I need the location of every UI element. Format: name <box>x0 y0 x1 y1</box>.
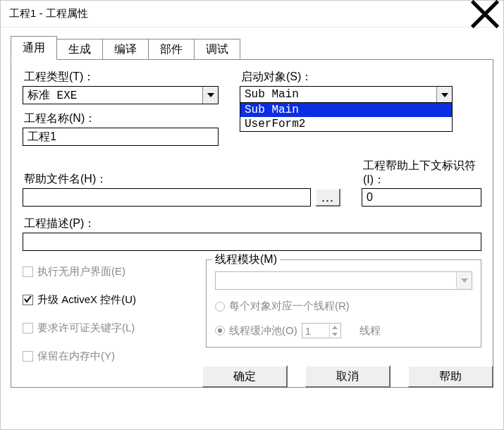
project-desc-label: 工程描述(P)： <box>24 216 481 231</box>
project-type-label: 工程类型(T)： <box>24 70 219 85</box>
context-id-value: 0 <box>367 191 373 204</box>
dropdown-option[interactable]: UserForm2 <box>240 117 452 131</box>
chevron-down-icon <box>461 278 468 283</box>
ok-button[interactable]: 确定 <box>202 365 288 388</box>
close-button[interactable] <box>469 4 500 25</box>
project-name-value: 工程1 <box>27 130 56 145</box>
thread-module-value <box>216 272 456 289</box>
help-button[interactable]: 帮助 <box>407 365 493 388</box>
check-unattended-label: 执行无用户界面(E) <box>37 265 125 278</box>
help-file-label: 帮助文件名(H)： <box>24 172 311 187</box>
startup-object-dropdown-button[interactable] <box>436 87 452 104</box>
thread-suffix: 线程 <box>359 324 381 338</box>
thread-module-group: 线程模块(M) 每个对象对应一个线程(R) <box>206 259 481 348</box>
tab-general[interactable]: 通用 <box>11 36 57 60</box>
dropdown-option[interactable]: Sub Main <box>240 103 452 117</box>
check-license-key: 要求许可证关键字(L) <box>23 319 199 337</box>
check-license-key-label: 要求许可证关键字(L) <box>37 321 135 335</box>
radio-icon <box>215 326 225 336</box>
dialog-footer: 确定 取消 帮助 <box>11 365 493 388</box>
window-title: 工程1 - 工程属性 <box>9 7 88 20</box>
spinner-down <box>330 331 340 338</box>
checkbox-icon <box>23 295 33 305</box>
checkbox-icon <box>23 323 33 333</box>
project-type-combo[interactable]: 标准 EXE <box>23 86 219 104</box>
cancel-button[interactable]: 取消 <box>305 365 391 388</box>
thread-module-dropdown-button <box>456 272 472 289</box>
tab-compile[interactable]: 编译 <box>102 39 149 60</box>
project-type-value: 标准 EXE <box>23 87 202 104</box>
thread-pool-value: 1 <box>302 324 329 338</box>
content-area: 通用 生成 编译 部件 调试 工程类型(T)： 标准 EXE 工程名称(N)： <box>1 27 503 398</box>
thread-module-legend: 线程模块(M) <box>212 252 280 267</box>
check-upgrade-activex[interactable]: 升级 ActiveX 控件(U) <box>23 290 199 309</box>
tab-component[interactable]: 部件 <box>148 39 195 60</box>
startup-object-value: Sub Main <box>240 87 436 104</box>
radio-pool-label: 线程缓冲池(O) <box>229 324 297 338</box>
check-upgrade-activex-label: 升级 ActiveX 控件(U) <box>37 293 136 307</box>
radio-icon <box>215 302 225 312</box>
startup-object-label: 启动对象(S)： <box>241 70 481 85</box>
tabs-bar: 通用 生成 编译 部件 调试 <box>11 36 493 60</box>
startup-object-dropdown[interactable]: Sub Main UserForm2 <box>240 102 453 132</box>
dialog-project-properties: 工程1 - 工程属性 通用 生成 编译 部件 调试 工程类型(T)： 标准 EX… <box>0 0 504 430</box>
thread-module-combo <box>215 271 472 290</box>
check-unattended: 执行无用户界面(E) <box>23 262 199 281</box>
context-id-label: 工程帮助上下文标识符(I)： <box>363 159 481 187</box>
checkbox-icon <box>23 351 33 362</box>
thread-pool-spinner: 1 <box>302 323 341 338</box>
chevron-down-icon <box>441 93 448 97</box>
tab-make[interactable]: 生成 <box>56 39 103 60</box>
context-id-input[interactable]: 0 <box>362 188 481 207</box>
project-type-dropdown-button[interactable] <box>202 87 218 104</box>
project-name-input[interactable]: 工程1 <box>23 128 219 146</box>
tab-panel-general: 工程类型(T)： 标准 EXE 工程名称(N)： 工程1 启动对象(S)： <box>11 59 493 388</box>
titlebar: 工程1 - 工程属性 <box>1 1 503 27</box>
radio-thread-pool: 线程缓冲池(O) 1 线程 <box>215 323 472 338</box>
check-retain-memory: 保留在内存中(Y) <box>23 347 199 365</box>
tab-debug[interactable]: 调试 <box>194 39 240 60</box>
checkbox-icon <box>23 266 33 277</box>
help-file-input[interactable] <box>23 188 311 207</box>
project-name-label: 工程名称(N)： <box>24 111 219 126</box>
spinner-up <box>330 324 340 331</box>
check-retain-memory-label: 保留在内存中(Y) <box>37 350 115 363</box>
radio-per-object: 每个对象对应一个线程(R) <box>215 300 472 313</box>
project-desc-input[interactable] <box>23 233 481 251</box>
help-file-browse-button[interactable]: ... <box>315 188 340 207</box>
radio-per-object-label: 每个对象对应一个线程(R) <box>229 300 350 313</box>
chevron-down-icon <box>207 93 214 97</box>
close-icon <box>469 0 500 30</box>
